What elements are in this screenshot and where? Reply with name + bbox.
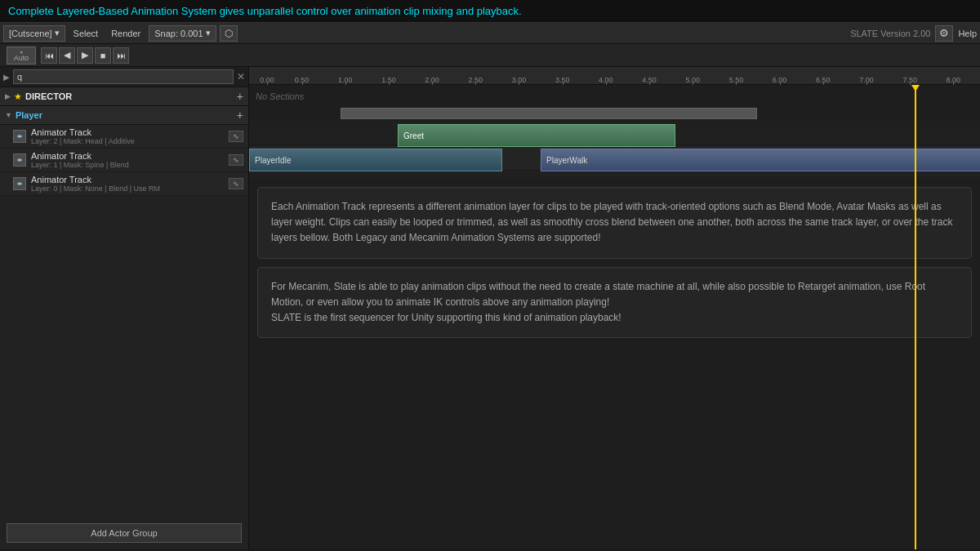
- greet-clip[interactable]: Greet: [398, 124, 675, 147]
- search-bar: ▶ ✕: [0, 67, 248, 87]
- player-idle-clip[interactable]: PlayerIdle: [249, 149, 502, 171]
- track-sub-3: Layer: 0 | Mask: None | Blend | Use RM: [31, 184, 229, 193]
- ruler-tick-14: 7.00: [844, 76, 888, 84]
- player-label: Player: [16, 110, 237, 120]
- track-item[interactable]: Animator Track Layer: 2 | Mask: Head | A…: [0, 125, 248, 149]
- ruler-tick-16: 8.00: [932, 76, 975, 84]
- ruler-tick-12: 6.00: [758, 76, 801, 84]
- auto-button[interactable]: ● Auto: [7, 47, 36, 64]
- left-panel: ▶ ✕ ▶ ★ DIRECTOR + ▼ Player + Animator T…: [0, 67, 249, 549]
- track-info-3: Animator Track Layer: 0 | Mask: None | B…: [31, 175, 229, 193]
- right-menu: SLATE Version 2.00 ⚙ Help: [850, 25, 977, 42]
- ruler-tick-1: 0.50: [280, 76, 323, 84]
- banner-text: Complete Layered-Based Animation System …: [8, 5, 522, 17]
- cutscene-dropdown[interactable]: [Cutscene] ▾: [3, 25, 65, 42]
- close-icon[interactable]: ✕: [237, 71, 245, 82]
- transport-buttons: ⏮ ◀ ▶ ■ ⏭: [41, 47, 129, 64]
- director-group-header[interactable]: ▶ ★ DIRECTOR +: [0, 87, 248, 106]
- greet-clip-label: Greet: [403, 131, 424, 140]
- ruler-tick-4: 2.00: [410, 76, 453, 84]
- player-group-header[interactable]: ▼ Player +: [0, 106, 248, 125]
- add-director-icon[interactable]: +: [237, 91, 243, 102]
- info-area: Each Animation Track represents a differ…: [249, 179, 980, 549]
- select-button[interactable]: Select: [69, 25, 104, 42]
- ruler-tick-3: 1.50: [367, 76, 410, 84]
- ruler-tick-8: 4.00: [584, 76, 627, 84]
- ruler-tick-7: 3.50: [541, 76, 584, 84]
- step-back-button[interactable]: ◀: [59, 47, 75, 64]
- track-name-2: Animator Track: [31, 151, 229, 161]
- skip-back-icon: ⏮: [45, 51, 54, 60]
- ruler-tick-13: 6.50: [801, 76, 844, 84]
- timeline-ruler: 0.00 0.50 1.00 1.50 2.00 2.50 3.00 3.50 …: [249, 67, 980, 85]
- track-name-1: Animator Track: [31, 127, 229, 137]
- ruler-tick-6: 3.00: [497, 76, 541, 84]
- track-info-2: Animator Track Layer: 1 | Mask: Spine | …: [31, 151, 229, 169]
- info-box-1: Each Animation Track represents a differ…: [257, 187, 972, 259]
- skip-back-button[interactable]: ⏮: [41, 47, 57, 64]
- search-arrow-icon: ▶: [3, 73, 10, 82]
- auto-label: Auto: [14, 55, 29, 62]
- chevron-down-icon: ▾: [55, 28, 60, 38]
- ruler-tick-10: 5.00: [671, 76, 715, 84]
- info-box-2: For Mecanim, Slate is able to play anima…: [257, 267, 972, 339]
- chevron-down-icon2: ▾: [206, 28, 211, 38]
- help-button[interactable]: Help: [958, 29, 977, 38]
- timeline-content: No Sections Greet PlayerIdle PlayerWalk: [249, 85, 980, 549]
- ruler-tick-11: 5.50: [715, 76, 758, 84]
- skip-forward-icon: ⏭: [117, 51, 126, 60]
- menu-bar: [Cutscene] ▾ Select Render Snap: 0.001 ▾…: [0, 23, 980, 44]
- bookmark-button[interactable]: ⬡: [220, 25, 238, 42]
- ruler-tick-9: 4.50: [627, 76, 670, 84]
- track-item-2[interactable]: Animator Track Layer: 1 | Mask: Spine | …: [0, 149, 248, 172]
- track-sub-2: Layer: 1 | Mask: Spine | Blend: [31, 161, 229, 169]
- bookmark-icon: ⬡: [225, 28, 233, 39]
- no-sections-label: No Sections: [256, 91, 304, 101]
- track-item-3[interactable]: Animator Track Layer: 0 | Mask: None | B…: [0, 172, 248, 196]
- snap-label: Snap: 0.001: [154, 29, 203, 38]
- expand-arrow-icon: ▼: [5, 111, 12, 119]
- player-walk-label: PlayerWalk: [546, 156, 587, 165]
- curve-btn-3[interactable]: ∿: [229, 178, 243, 189]
- player-idle-label: PlayerIdle: [255, 156, 291, 165]
- info-text-2: For Mecanim, Slate is able to play anima…: [271, 279, 958, 327]
- play-button[interactable]: ▶: [77, 47, 93, 64]
- director-label: DIRECTOR: [25, 91, 237, 101]
- step-back-icon: ◀: [64, 50, 70, 60]
- transport-bar: ● Auto ⏮ ◀ ▶ ■ ⏭: [0, 44, 980, 67]
- stop-icon: ■: [100, 51, 106, 60]
- gear-icon: ⚙: [939, 27, 949, 39]
- search-input[interactable]: [13, 69, 234, 84]
- track-info-1: Animator Track Layer: 2 | Mask: Head | A…: [31, 127, 229, 145]
- track-name-3: Animator Track: [31, 175, 229, 184]
- snap-dropdown[interactable]: Snap: 0.001 ▾: [149, 25, 216, 42]
- ruler-tick-15: 7.50: [889, 76, 932, 84]
- track-icon-1: [13, 130, 26, 143]
- collapse-arrow-icon: ▶: [5, 92, 11, 100]
- right-panel: 0.00 0.50 1.00 1.50 2.00 2.50 3.00 3.50 …: [249, 67, 980, 549]
- play-icon: ▶: [82, 50, 88, 60]
- ruler-tick-0: 0.00: [254, 76, 280, 84]
- add-player-icon[interactable]: +: [237, 109, 243, 122]
- ruler-tick-2: 1.00: [323, 76, 367, 84]
- track-sub-1: Layer: 2 | Mask: Head | Additive: [31, 137, 229, 145]
- track-icon-2: [13, 153, 26, 167]
- cutscene-label: [Cutscene]: [9, 29, 52, 38]
- curve-btn-1[interactable]: ∿: [229, 131, 243, 142]
- track-icon-3: [13, 177, 26, 190]
- section-bar: [341, 108, 757, 119]
- add-actor-group-button[interactable]: Add Actor Group: [7, 523, 242, 543]
- playhead-marker: [915, 85, 916, 549]
- gear-button[interactable]: ⚙: [935, 25, 953, 42]
- curve-btn-2[interactable]: ∿: [229, 154, 243, 166]
- star-icon: ★: [14, 91, 22, 102]
- skip-forward-button[interactable]: ⏭: [113, 47, 129, 64]
- info-text-1: Each Animation Track represents a differ…: [271, 199, 958, 247]
- content-wrapper: ▶ ✕ ▶ ★ DIRECTOR + ▼ Player + Animator T…: [0, 67, 980, 549]
- render-button[interactable]: Render: [106, 25, 145, 42]
- stop-button[interactable]: ■: [95, 47, 111, 64]
- top-banner: Complete Layered-Based Animation System …: [0, 0, 980, 23]
- ruler-labels: 0.00 0.50 1.00 1.50 2.00 2.50 3.00 3.50 …: [249, 76, 980, 84]
- ruler-tick-5: 2.50: [454, 76, 497, 84]
- version-label: SLATE Version 2.00: [850, 29, 930, 38]
